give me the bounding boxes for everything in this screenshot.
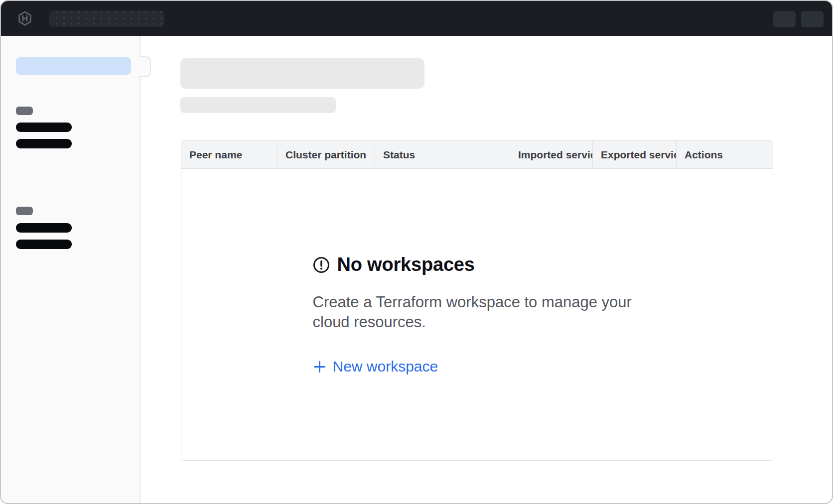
navbar-placeholder-skeleton xyxy=(49,10,164,27)
sidebar xyxy=(1,36,140,504)
sidebar-group-label-skeleton xyxy=(16,207,33,215)
peers-table: Peer name Cluster partition Status Impor… xyxy=(181,140,773,461)
sidebar-collapse-handle[interactable] xyxy=(139,56,151,77)
new-workspace-label: New workspace xyxy=(333,358,438,375)
empty-state-title: No workspaces xyxy=(337,254,475,275)
sidebar-item-skeleton[interactable] xyxy=(16,139,72,148)
sidebar-group-label-skeleton xyxy=(16,107,33,115)
new-workspace-button[interactable]: New workspace xyxy=(313,358,438,375)
app-window: Peer name Cluster partition Status Impor… xyxy=(0,0,833,504)
hashicorp-logo-icon[interactable] xyxy=(17,11,32,26)
column-header-exported-services: Exported services xyxy=(593,141,677,168)
column-header-status: Status xyxy=(375,141,510,168)
table-body: No workspaces Create a Terraform workspa… xyxy=(181,169,773,460)
alert-circle-icon xyxy=(313,256,330,273)
page-subtitle-skeleton xyxy=(180,97,336,113)
navbar-button-1[interactable] xyxy=(773,11,796,27)
sidebar-item-skeleton[interactable] xyxy=(16,123,72,132)
empty-state-description: Create a Terraform workspace to manage y… xyxy=(313,292,642,332)
table-header-row: Peer name Cluster partition Status Impor… xyxy=(181,141,773,169)
sidebar-active-item-skeleton[interactable] xyxy=(16,57,131,75)
column-header-peer-name: Peer name xyxy=(181,141,278,168)
page-title-skeleton xyxy=(180,58,424,89)
empty-state: No workspaces Create a Terraform workspa… xyxy=(313,254,642,375)
navbar-button-2[interactable] xyxy=(801,11,824,27)
column-header-imported-services: Imported services xyxy=(510,141,593,168)
column-header-cluster-partition: Cluster partition xyxy=(278,141,375,168)
column-header-actions: Actions xyxy=(677,141,773,168)
top-navbar xyxy=(1,1,833,36)
sidebar-item-skeleton[interactable] xyxy=(16,240,72,249)
plus-icon xyxy=(313,360,326,374)
sidebar-item-skeleton[interactable] xyxy=(16,223,72,233)
